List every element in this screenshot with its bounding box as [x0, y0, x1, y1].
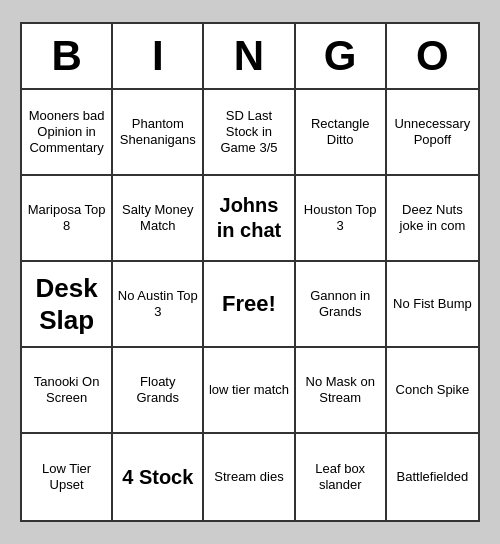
- bingo-cell-24: Battlefielded: [387, 434, 478, 520]
- bingo-cell-13: Gannon in Grands: [296, 262, 387, 348]
- bingo-letter-i: I: [113, 24, 204, 88]
- bingo-letter-n: N: [204, 24, 295, 88]
- bingo-cell-5: Mariposa Top 8: [22, 176, 113, 262]
- bingo-cell-15: Tanooki On Screen: [22, 348, 113, 434]
- bingo-grid: Mooners bad Opinion in CommentaryPhantom…: [22, 90, 478, 520]
- bingo-letter-g: G: [296, 24, 387, 88]
- bingo-cell-10: Desk Slap: [22, 262, 113, 348]
- bingo-cell-16: Floaty Grands: [113, 348, 204, 434]
- bingo-cell-20: Low Tier Upset: [22, 434, 113, 520]
- bingo-letter-o: O: [387, 24, 478, 88]
- bingo-cell-19: Conch Spike: [387, 348, 478, 434]
- bingo-cell-2: SD Last Stock in Game 3/5: [204, 90, 295, 176]
- bingo-cell-22: Stream dies: [204, 434, 295, 520]
- bingo-cell-7: Johns in chat: [204, 176, 295, 262]
- bingo-cell-3: Rectangle Ditto: [296, 90, 387, 176]
- bingo-cell-23: Leaf box slander: [296, 434, 387, 520]
- bingo-header: BINGO: [22, 24, 478, 90]
- bingo-cell-12: Free!: [204, 262, 295, 348]
- bingo-cell-14: No Fist Bump: [387, 262, 478, 348]
- bingo-cell-1: Phantom Shenanigans: [113, 90, 204, 176]
- bingo-cell-17: low tier match: [204, 348, 295, 434]
- bingo-cell-4: Unnecessary Popoff: [387, 90, 478, 176]
- bingo-cell-6: Salty Money Match: [113, 176, 204, 262]
- bingo-cell-9: Deez Nuts joke in com: [387, 176, 478, 262]
- bingo-letter-b: B: [22, 24, 113, 88]
- bingo-cell-21: 4 Stock: [113, 434, 204, 520]
- bingo-cell-8: Houston Top 3: [296, 176, 387, 262]
- bingo-card: BINGO Mooners bad Opinion in CommentaryP…: [20, 22, 480, 522]
- bingo-cell-0: Mooners bad Opinion in Commentary: [22, 90, 113, 176]
- bingo-cell-18: No Mask on Stream: [296, 348, 387, 434]
- bingo-cell-11: No Austin Top 3: [113, 262, 204, 348]
